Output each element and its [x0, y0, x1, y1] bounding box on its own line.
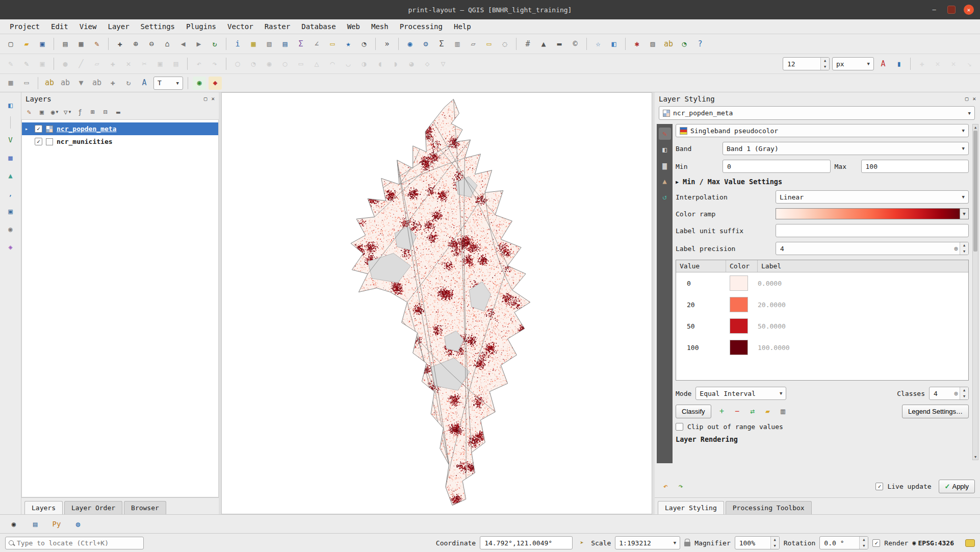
osm-place-search-icon[interactable]: ◉ [193, 77, 206, 90]
layer-labeling-icon[interactable]: ab [43, 77, 56, 90]
classify-button[interactable]: Classify [676, 405, 711, 418]
split-features-icon[interactable]: ◖ [373, 57, 386, 70]
temporal-controller-icon[interactable]: ◔ [357, 37, 371, 51]
background-color-icon[interactable]: ▮ [892, 57, 906, 70]
redo-edit-icon[interactable]: ↷ [208, 57, 221, 70]
menu-view[interactable]: View [74, 20, 102, 33]
vector-tools-icon[interactable]: ✱ [630, 37, 643, 51]
reshape-features-icon[interactable]: ◕ [405, 57, 418, 70]
zoom-out-icon[interactable]: ⊖ [145, 37, 158, 51]
delete-annotation-icon[interactable]: ✕ [947, 57, 960, 70]
menu-project[interactable]: Project [4, 20, 45, 33]
locate-search[interactable] [5, 537, 144, 549]
scrollbar-thumb[interactable] [973, 131, 977, 252]
class-label[interactable]: 100.0000 [758, 344, 968, 352]
new-bookmark-icon[interactable]: ★ [342, 37, 355, 51]
menu-help[interactable]: Help [448, 20, 477, 33]
font-unit-combo[interactable]: px▼ [832, 57, 874, 70]
zoom-next-icon[interactable]: ▶ [192, 37, 205, 51]
save-edits-icon[interactable]: ▣ [36, 57, 49, 70]
menu-layer[interactable]: Layer [102, 20, 135, 33]
clear-value-icon[interactable]: ⊗ [954, 390, 958, 397]
menu-plugins[interactable]: Plugins [180, 20, 222, 33]
menu-vector[interactable]: Vector [222, 20, 259, 33]
float-panel-icon[interactable]: ▢ [965, 95, 969, 102]
show-hidden-labels-icon[interactable]: ab [90, 77, 104, 90]
street-view-icon[interactable]: ◆ [209, 77, 222, 90]
menu-web[interactable]: Web [342, 20, 366, 33]
max-input[interactable] [861, 160, 969, 173]
regular-polygon-icon[interactable]: △ [310, 57, 323, 70]
processing-history-icon[interactable]: ▥ [451, 37, 464, 51]
render-checkbox[interactable]: ✓ [872, 539, 880, 547]
color-map-row[interactable]: 00.0000 [676, 272, 968, 294]
rotation-spinner[interactable]: 0.0 ° ▲▼ [819, 536, 868, 549]
map-canvas[interactable] [222, 93, 652, 514]
renderer-type-combo[interactable]: Singleband pseudocolor▼ [676, 124, 969, 137]
digitize-line-icon[interactable]: ╱ [74, 57, 88, 70]
export-color-map-icon[interactable]: ▥ [777, 405, 790, 418]
styling-layer-selector[interactable]: ncr_popden_meta ▼ [659, 106, 975, 120]
ellipse-icon[interactable]: ○ [278, 57, 292, 70]
class-color-swatch[interactable] [730, 318, 748, 334]
menu-edit[interactable]: Edit [45, 20, 74, 33]
save-project-icon[interactable]: ▣ [36, 37, 49, 51]
select-features-icon[interactable]: ▦ [247, 37, 260, 51]
column-header-label[interactable]: Label [758, 260, 968, 272]
clear-value-icon[interactable]: ⊗ [954, 245, 958, 253]
merge-features-icon[interactable]: ◗ [389, 57, 402, 70]
python-console-icon[interactable]: Py [50, 517, 63, 531]
class-color-swatch[interactable] [730, 297, 748, 312]
osm-search-icon[interactable]: ◌ [498, 37, 511, 51]
remove-layer-icon[interactable]: ▬ [113, 107, 124, 118]
menu-database[interactable]: Database [296, 20, 341, 33]
circle-3points-icon[interactable]: ◔ [247, 57, 260, 70]
arrow-annotation-icon[interactable]: ↘ [963, 57, 976, 70]
histogram-tab-icon[interactable]: ▆ [659, 159, 671, 171]
menu-raster[interactable]: Raster [259, 20, 296, 33]
class-label[interactable]: 20.0000 [758, 301, 968, 309]
layer-visibility-checkbox[interactable]: ✓ [35, 125, 42, 133]
zoom-last-icon[interactable]: ◀ [176, 37, 190, 51]
style-manager-icon[interactable]: ✎ [90, 37, 104, 51]
osgeo-icon[interactable]: ◉ [7, 517, 20, 531]
column-header-value[interactable]: Value [676, 260, 726, 272]
pin-labels-icon[interactable]: ▼ [74, 77, 88, 90]
data-source-manager-icon[interactable]: ◧ [4, 98, 17, 112]
float-panel-icon[interactable]: ▢ [204, 95, 208, 102]
coordinate-capture-icon[interactable]: ➤ [577, 538, 587, 548]
tab-layer-styling[interactable]: Layer Styling [658, 501, 724, 514]
scroll-up-icon[interactable]: ▲ [973, 124, 978, 130]
zoom-in-icon[interactable]: ⊕ [129, 37, 142, 51]
class-value[interactable]: 100 [676, 344, 726, 352]
pan-map-icon[interactable]: ✚ [113, 37, 126, 51]
field-calculator-icon[interactable]: Σ [294, 37, 307, 51]
deselect-features-icon[interactable]: ▧ [263, 37, 276, 51]
remove-class-icon[interactable]: − [731, 405, 744, 418]
tab-layer-order[interactable]: Layer Order [64, 501, 122, 514]
add-vector-layer-icon[interactable]: V [4, 133, 17, 146]
open-layer-styling-panel-icon[interactable]: ✎ [23, 107, 35, 118]
measure-line-icon[interactable]: ∠ [310, 37, 323, 51]
change-label-icon[interactable]: A [138, 77, 151, 90]
layer-rendering-section[interactable]: Layer Rendering [676, 435, 969, 443]
class-color-swatch[interactable] [730, 340, 748, 355]
redo-style-icon[interactable]: ↷ [674, 480, 687, 493]
minmax-settings-group[interactable]: ▶ Min / Max Value Settings [676, 178, 969, 186]
legend-settings-button[interactable]: Legend Settings… [902, 405, 969, 418]
class-label[interactable]: 50.0000 [758, 322, 968, 330]
paste-features-icon[interactable]: ▤ [169, 57, 183, 70]
zoom-full-icon[interactable]: ⌂ [161, 37, 174, 51]
messages-icon[interactable] [965, 539, 975, 547]
class-value[interactable]: 20 [676, 301, 726, 309]
label-unit-suffix-input[interactable] [776, 224, 969, 237]
refresh-map-icon[interactable]: ↻ [208, 37, 221, 51]
close-panel-icon[interactable]: ✕ [211, 95, 215, 102]
digitize-polygon-icon[interactable]: ▱ [90, 57, 104, 70]
add-mesh-layer-icon[interactable]: ▲ [4, 169, 17, 182]
curve-icon[interactable]: ◠ [326, 57, 339, 70]
diagram-tools-icon[interactable]: ◔ [678, 37, 691, 51]
menu-mesh[interactable]: Mesh [366, 20, 394, 33]
expand-all-icon[interactable]: ⊞ [87, 107, 98, 118]
pyramids-tab-icon[interactable]: ▲ [659, 175, 671, 187]
